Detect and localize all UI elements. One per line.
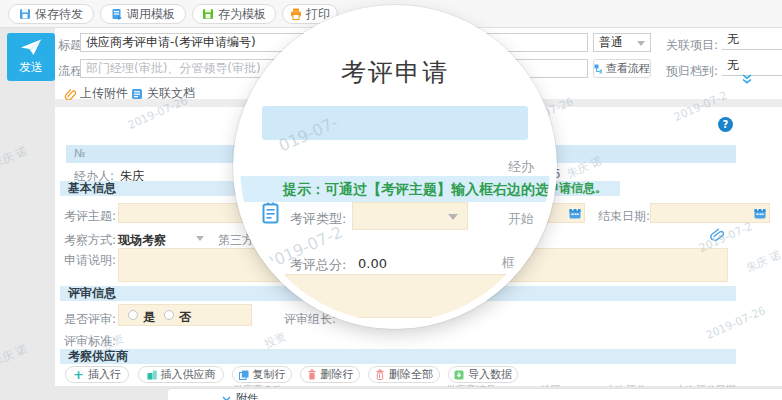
related-doc-link[interactable]: 关联文档	[131, 85, 195, 102]
upload-attachment-label: 上传附件	[80, 85, 128, 102]
related-project-value: 无	[727, 32, 739, 46]
radio-no[interactable]	[164, 310, 174, 320]
import-data-button[interactable]: 导入数据	[448, 366, 518, 383]
priority-select[interactable]: 普通	[593, 33, 651, 52]
subject-label: 考评主题:	[64, 208, 116, 225]
related-doc-label: 关联文档	[147, 85, 195, 102]
radio-no-label[interactable]: 否	[179, 309, 191, 326]
chevron-down-icon	[222, 396, 231, 400]
calendar-icon	[569, 207, 581, 219]
load-template-label: 调用模板	[127, 6, 175, 23]
copy-icon	[239, 370, 249, 380]
delete-all-label: 删除全部	[389, 367, 433, 382]
plus-icon: +	[73, 368, 84, 381]
delete-all-button[interactable]: 删除全部	[368, 366, 440, 383]
load-template-button[interactable]: 调用模板	[100, 4, 186, 24]
document-icon	[131, 88, 143, 100]
trash-all-icon	[375, 369, 385, 380]
standard-label: 评审标准:	[64, 333, 116, 350]
column-header: 供应商编号	[446, 383, 496, 387]
prearchive-value: 无	[727, 58, 739, 72]
print-label: 打印	[306, 6, 330, 23]
help-glyph: ?	[723, 119, 729, 130]
section-suppliers-label: 考察供应商	[68, 349, 128, 363]
send-button[interactable]: 发送	[7, 33, 55, 81]
import-data-label: 导入数据	[468, 367, 512, 382]
delete-row-label: 删除行	[321, 367, 354, 382]
end-date-input[interactable]	[650, 203, 770, 223]
insert-row-label: 插入行	[88, 367, 121, 382]
section-basic-label: 基本信息	[68, 181, 116, 195]
save-template-button[interactable]: 存为模板	[192, 4, 276, 24]
attachment-label: 附件	[236, 391, 258, 400]
watermark-text: 朱庆 诺	[0, 143, 29, 172]
section-suppliers: 考察供应商	[60, 349, 736, 364]
column-header: 上次评分	[606, 383, 646, 387]
import-icon	[454, 370, 464, 380]
calendar-icon	[754, 207, 766, 219]
paperclip-icon[interactable]	[709, 226, 726, 243]
column-header: 上次评分日期	[676, 383, 736, 387]
trash-icon	[307, 369, 317, 380]
flow-icon	[594, 64, 602, 74]
related-project-label: 关联项目:	[666, 37, 718, 54]
supplier-icon	[147, 370, 157, 380]
save-pending-button[interactable]: 保存待发	[8, 4, 94, 24]
upload-attachment-link[interactable]: 上传附件	[64, 85, 128, 102]
view-flow-label: 查看流程	[606, 61, 650, 76]
magnifier-lens: 考评申请 经办 提示：可通过【考评主题】输入框右边的选择按钮 考评类型: 开始 …	[240, 12, 550, 322]
related-project-field[interactable]: 无	[722, 31, 782, 50]
column-header: 地区	[541, 383, 561, 387]
paper-plane-icon	[20, 38, 42, 56]
tip-fragment: 申请信息。	[547, 181, 607, 195]
attachment-panel: 附件	[168, 388, 782, 400]
insert-row-button[interactable]: + 插入行	[65, 366, 129, 383]
radio-yes-label[interactable]: 是	[143, 309, 155, 326]
send-label: 发送	[19, 59, 43, 76]
copy-row-label: 复制行	[253, 367, 286, 382]
print-button[interactable]: 打印	[282, 4, 338, 24]
save-template-label: 存为模板	[218, 6, 266, 23]
chevron-down-icon	[637, 41, 645, 46]
title-value: 供应商考评申请-(考评申请编号)	[86, 35, 256, 49]
copy-row-button[interactable]: 复制行	[232, 366, 292, 383]
column-header: 供应商名称	[233, 383, 283, 387]
delete-row-button[interactable]: 删除行	[300, 366, 360, 383]
watermark-text: 朱庆 诺	[0, 341, 29, 370]
paperclip-icon	[64, 88, 76, 100]
insert-supplier-label: 插入供应商	[161, 367, 216, 382]
form-number-label: №	[74, 147, 85, 160]
method-value: 现场考察	[118, 232, 166, 249]
leader-label: 评审组长:	[284, 311, 336, 328]
chevron-down-icon[interactable]	[196, 236, 204, 241]
watermark-text: 019-07-	[276, 113, 341, 156]
review-flag-label: 是否评审:	[64, 311, 116, 328]
watermark-text: 2019-07-2	[262, 222, 345, 273]
method-label: 考察方式:	[64, 232, 116, 249]
print-icon	[290, 8, 302, 20]
review-flag-field: 是 否	[118, 304, 252, 326]
collapse-chevrons-icon[interactable]	[741, 74, 753, 85]
insert-supplier-button[interactable]: 插入供应商	[138, 366, 224, 383]
lens-watermark-layer: 019-07-2019-07-2	[240, 12, 550, 322]
view-flow-button[interactable]: 查看流程	[593, 59, 651, 78]
third-party-label: 第三方:	[218, 232, 258, 249]
help-icon[interactable]: ?	[718, 117, 733, 132]
prearchive-label: 预归档到:	[666, 63, 718, 80]
save-pending-label: 保存待发	[35, 6, 83, 23]
section-review-label: 评审信息	[68, 286, 116, 300]
priority-value: 普通	[599, 35, 623, 49]
end-date-label: 结束日期:	[598, 208, 650, 225]
flow-value: 部门经理(审批)、分管领导(审批)	[86, 61, 261, 75]
radio-yes[interactable]	[128, 310, 138, 320]
description-label: 申请说明:	[64, 252, 116, 269]
template-icon	[111, 8, 123, 20]
save-as-icon	[202, 8, 214, 20]
supplier-table-header: 供应商名称 供应商编号 地区 上次评分 上次评分日期 备注	[60, 383, 736, 387]
app-window: 保存待发 调用模板 存为模板 打印 发送 标题: 供应商考评申请-(考评申请编号…	[0, 0, 782, 400]
save-icon	[19, 8, 31, 20]
lens-content: 考评申请 经办 提示：可通过【考评主题】输入框右边的选择按钮 考评类型: 开始 …	[240, 12, 550, 322]
attachment-toggle[interactable]: 附件	[222, 391, 258, 400]
